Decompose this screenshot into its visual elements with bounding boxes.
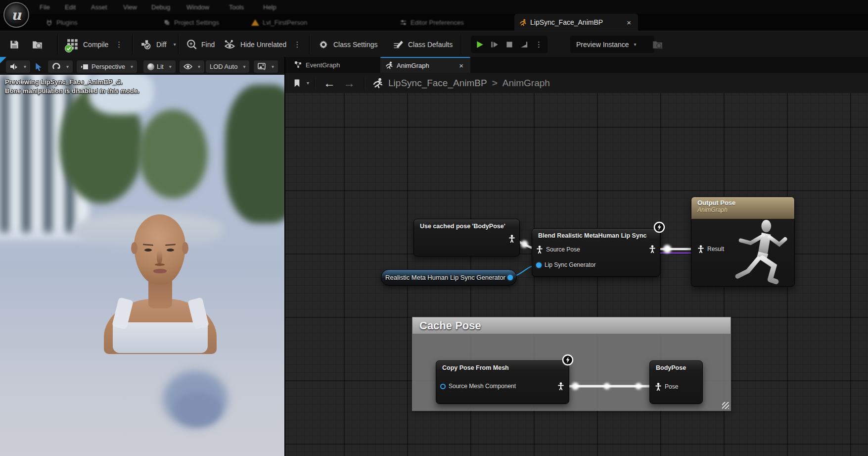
perspective-dropdown[interactable]: Perspective ▾ <box>77 60 137 73</box>
main-area: ▾ ▾ Perspective ▾ Lit ▾ <box>0 57 868 456</box>
unreal-logo[interactable]: u <box>3 2 29 28</box>
node-lipsync-generator-variable[interactable]: Realistic Meta Human Lip Sync Generator <box>381 269 517 286</box>
blend-output-pin[interactable] <box>649 245 656 253</box>
compile-options-kebab[interactable]: ⋮ <box>112 40 126 49</box>
close-icon[interactable]: × <box>457 61 465 70</box>
lit-mode-dropdown[interactable]: Lit ▾ <box>143 60 176 73</box>
eyebrow-left <box>143 244 153 246</box>
fast-path-bolt-icon <box>562 354 574 366</box>
result-pin[interactable]: Result <box>697 245 724 253</box>
animgraph-canvas[interactable]: Cache Pose <box>285 93 868 456</box>
breadcrumb-current[interactable]: AnimGraph <box>503 78 550 89</box>
rotate-tool-button[interactable]: ▾ <box>48 60 73 73</box>
menu-window[interactable]: Window <box>186 0 209 14</box>
asset-toolbar: Compile ⋮ Diff ▾ Find Hide Unrelated ⋮ C… <box>0 31 868 57</box>
bookmark-icon <box>293 79 301 88</box>
tab-level-firstperson[interactable]: Lvl_FirstPerson <box>251 14 307 31</box>
node-copy-pose-from-mesh[interactable]: Copy Pose From Mesh Source Mesh Componen… <box>436 360 569 404</box>
variable-output-pin[interactable] <box>507 275 513 280</box>
copy-pose-output-pin[interactable] <box>557 382 564 390</box>
diff-icon <box>140 39 152 50</box>
browse-to-asset-button[interactable] <box>32 31 44 57</box>
node-blend-metahuman-lipsync[interactable]: Blend Realistic MetaHuman Lip Sync Sourc… <box>532 228 660 277</box>
source-pose-pin[interactable]: Source Pose <box>536 246 580 253</box>
node-title: BodyPose <box>650 361 702 371</box>
simulation-options-kebab[interactable]: ⋮ <box>532 40 546 49</box>
lod-dropdown[interactable]: LOD Auto ▾ <box>206 60 249 73</box>
pose-input-pin[interactable]: Pose <box>655 383 678 391</box>
chevron-down-icon: ▾ <box>272 64 274 69</box>
hide-unrelated-button[interactable]: Hide Unrelated ⋮ <box>224 31 304 57</box>
breadcrumb-root[interactable]: LipSync_Face_AnimBP <box>388 78 487 89</box>
viewport-options-button[interactable]: ▾ <box>6 60 30 73</box>
viewport-3d-scene[interactable]: Previewing LipSync_Face_AnimBP_C. Bone m… <box>0 75 284 456</box>
select-tool-button[interactable] <box>31 60 46 73</box>
advance-button[interactable] <box>517 38 531 51</box>
nav-forward-button[interactable]: → <box>343 77 355 89</box>
find-button[interactable]: Find <box>186 31 215 57</box>
save-button[interactable] <box>9 31 20 57</box>
output-pose-pin[interactable] <box>508 235 515 243</box>
pose-pin-icon <box>508 235 515 243</box>
nose <box>157 250 162 264</box>
settings-stack-icon <box>163 19 171 26</box>
lips <box>153 269 167 273</box>
tab-editor-preferences[interactable]: Editor Preferences <box>400 14 464 31</box>
menu-bar: u File Edit Asset View Debug Window Tool… <box>0 0 868 14</box>
menu-debug[interactable]: Debug <box>151 0 170 14</box>
chevron-down-icon: ▾ <box>634 42 637 47</box>
node-use-cached-pose[interactable]: Use cached pose 'BodyPose' <box>413 219 520 256</box>
stop-button[interactable] <box>503 38 516 51</box>
screenshot-button[interactable]: ▾ <box>254 60 278 73</box>
nav-back-button[interactable]: ← <box>323 77 335 89</box>
diff-button[interactable]: Diff ▾ <box>140 31 176 57</box>
chevron-down-icon: ▾ <box>174 42 176 47</box>
menu-tools[interactable]: Tools <box>229 0 244 14</box>
preview-instance-dropdown[interactable]: Preview Instance ▾ <box>570 36 654 53</box>
bookmarks-button[interactable]: ▾ <box>293 79 309 88</box>
mannequin-graphic <box>732 219 791 284</box>
tab-eventgraph[interactable]: EventGraph <box>289 57 345 73</box>
graph-tab-row: EventGraph AnimGraph × <box>285 57 868 73</box>
menu-view[interactable]: View <box>123 0 137 14</box>
comment-resize-handle[interactable] <box>722 402 729 409</box>
toolbar-separator <box>57 34 58 54</box>
breadcrumb-runner-icon <box>372 78 383 89</box>
tab-project-settings[interactable]: Project Settings <box>163 14 219 31</box>
fast-path-bolt-icon <box>653 221 665 233</box>
eye-icon <box>183 63 192 70</box>
chevron-down-icon: ▾ <box>198 64 200 69</box>
pose-pin-icon <box>697 245 704 253</box>
rotate-icon <box>52 62 61 71</box>
menu-help[interactable]: Help <box>263 0 276 14</box>
tab-animgraph[interactable]: AnimGraph × <box>380 57 470 73</box>
character-shadow <box>174 392 221 426</box>
close-icon[interactable]: × <box>625 18 633 27</box>
perspective-icon <box>81 63 89 70</box>
lipsync-generator-pin[interactable]: Lip Sync Generator <box>536 261 595 268</box>
browse-debug-target-button[interactable] <box>652 31 664 57</box>
folder-search-icon <box>652 39 664 50</box>
class-defaults-button[interactable]: Class Defaults <box>392 31 453 57</box>
compile-button[interactable]: Compile ⋮ <box>66 31 126 57</box>
viewport-overlay-line1: Previewing LipSync_Face_AnimBP_C. <box>5 78 123 86</box>
node-body-pose-cache[interactable]: BodyPose Pose <box>649 360 703 404</box>
source-mesh-component-pin[interactable]: Source Mesh Component <box>440 383 516 390</box>
compile-grid-icon <box>66 38 79 51</box>
tab-lipsync-face-animbp[interactable]: LipSync_Face_AnimBP × <box>514 14 638 31</box>
camera-speed-icon <box>10 63 18 70</box>
comment-header[interactable]: Cache Pose <box>412 317 731 334</box>
menu-edit[interactable]: Edit <box>65 0 76 14</box>
menu-file[interactable]: File <box>40 0 50 14</box>
tab-plugins[interactable]: Plugins <box>46 14 78 31</box>
chevron-down-icon: ▾ <box>243 64 245 69</box>
class-settings-button[interactable]: Class Settings <box>318 31 377 57</box>
show-menu-button[interactable]: ▾ <box>180 60 204 73</box>
step-forward-button[interactable] <box>488 38 502 51</box>
edit-defaults-icon <box>392 39 404 50</box>
node-output-pose[interactable]: Output Pose AnimGraph <box>691 197 795 287</box>
play-button[interactable] <box>473 38 487 51</box>
menu-asset[interactable]: Asset <box>91 0 107 14</box>
hide-unrelated-kebab[interactable]: ⋮ <box>290 40 304 49</box>
simulation-controls: ⋮ <box>471 36 548 53</box>
